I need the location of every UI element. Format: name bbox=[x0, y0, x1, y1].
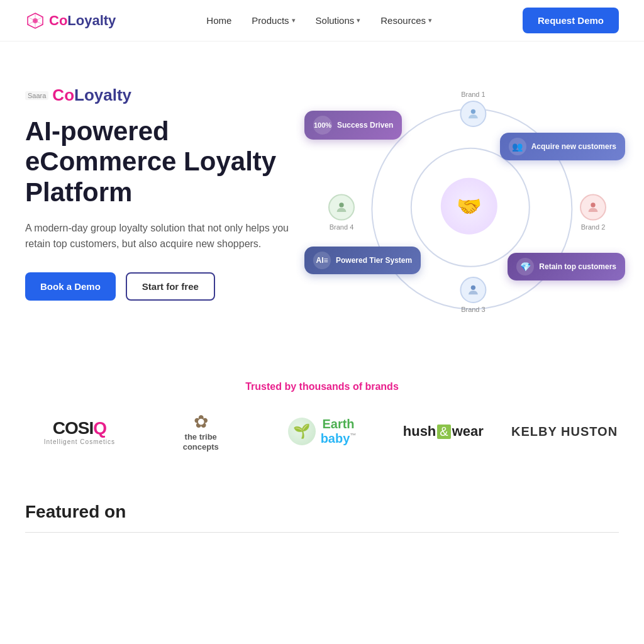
svg-point-2 bbox=[591, 203, 595, 207]
navbar: CoLoyalty Home Products ▾ Solutions ▾ Re… bbox=[0, 0, 644, 42]
book-demo-button[interactable]: Book a Demo bbox=[25, 272, 116, 301]
featured-divider bbox=[25, 532, 619, 533]
chevron-down-icon: ▾ bbox=[428, 16, 432, 25]
brand-4-node: Brand 4 bbox=[328, 194, 355, 231]
hero-buttons: Book a Demo Start for free bbox=[25, 272, 296, 301]
brand-1-node: Brand 1 bbox=[460, 91, 486, 127]
brand-2-node: Brand 2 bbox=[580, 194, 606, 231]
diagram-wrapper: 🤝 Brand 1 Brand 2 Brand 3 bbox=[317, 73, 619, 337]
trusted-section: Trusted by thousands of brands COSIQ Int… bbox=[0, 369, 644, 477]
nav-products[interactable]: Products ▾ bbox=[252, 15, 295, 26]
earthbaby-logo: 🌱 Earth baby™ bbox=[268, 417, 377, 446]
brands-row: COSIQ Intelligent Cosmetics ✿ the tribec… bbox=[25, 411, 619, 452]
trusted-title: Trusted by thousands of brands bbox=[25, 381, 619, 392]
hero-description: A modern-day group loyalty solution that… bbox=[25, 220, 296, 252]
retain-customers-pill: 💎 Retain top customers bbox=[508, 253, 625, 280]
nav-home[interactable]: Home bbox=[206, 15, 231, 26]
chevron-down-icon: ▾ bbox=[357, 16, 360, 25]
powered-tier-pill: AI≡ Powered Tier System bbox=[304, 247, 421, 274]
brand-3-node: Brand 3 bbox=[460, 277, 486, 313]
nav-resources[interactable]: Resources ▾ bbox=[380, 15, 432, 26]
hushwear-logo: hush & wear bbox=[389, 423, 497, 440]
featured-title: Featured on bbox=[25, 502, 619, 522]
nav-solutions[interactable]: Solutions ▾ bbox=[316, 15, 361, 26]
earthbaby-icon: 🌱 bbox=[288, 418, 316, 445]
chevron-down-icon: ▾ bbox=[292, 16, 296, 25]
brand-label: Saara CoLoyalty bbox=[25, 86, 296, 105]
start-free-button[interactable]: Start for free bbox=[126, 272, 215, 301]
request-demo-button[interactable]: Request Demo bbox=[523, 8, 619, 33]
kelbyhuston-logo: KELBY HUSTON bbox=[510, 425, 619, 439]
hero-content: Saara CoLoyalty AI-powered eCommerce Loy… bbox=[25, 79, 296, 301]
svg-point-1 bbox=[471, 109, 475, 114]
hands-icon: 🤝 bbox=[441, 178, 497, 235]
svg-point-4 bbox=[339, 203, 343, 207]
hero-title: AI-powered eCommerce Loyalty Platform bbox=[25, 116, 296, 208]
logo[interactable]: CoLoyalty bbox=[25, 11, 116, 31]
nav-links: Home Products ▾ Solutions ▾ Resources ▾ bbox=[206, 15, 432, 26]
loyalty-diagram: 🤝 Brand 1 Brand 2 Brand 3 bbox=[317, 73, 619, 337]
hero-section: Saara CoLoyalty AI-powered eCommerce Loy… bbox=[0, 42, 644, 369]
acquire-customers-pill: 👥 Acquire new customers bbox=[500, 133, 625, 160]
svg-point-0 bbox=[33, 18, 38, 23]
cosiq-logo: COSIQ Intelligent Cosmetics bbox=[25, 418, 134, 445]
tribe-icon: ✿ bbox=[183, 411, 219, 432]
svg-point-3 bbox=[471, 286, 475, 290]
success-driven-pill: 100% Success Driven bbox=[304, 111, 402, 140]
featured-section: Featured on bbox=[0, 477, 644, 545]
tribe-logo: ✿ the tribeconcepts bbox=[147, 411, 255, 452]
